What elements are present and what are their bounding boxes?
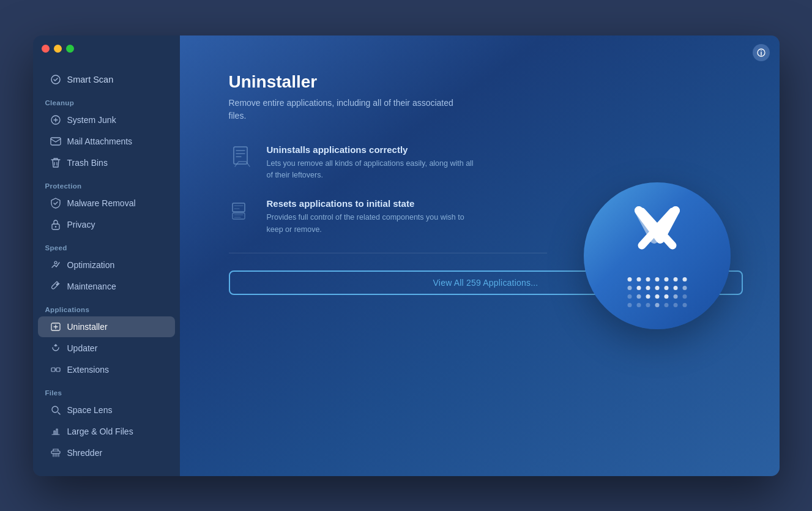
reset-feature-icon [229, 198, 256, 225]
sidebar-item-label: Smart Scan [67, 75, 114, 84]
uninstaller-icon [50, 321, 61, 332]
dot [636, 286, 641, 290]
section-label-protection: Protection [33, 174, 180, 192]
sidebar-item-maintenance[interactable]: Maintenance [38, 276, 175, 297]
dot [682, 294, 687, 299]
svg-point-4 [54, 226, 56, 227]
section-label-files: Files [33, 381, 180, 399]
extensions-icon [50, 364, 61, 375]
svg-rect-10 [51, 451, 60, 453]
maintenance-icon [50, 281, 61, 292]
dot [682, 303, 687, 307]
feature-desc-1: Lets you remove all kinds of application… [267, 158, 475, 182]
sidebar: Smart Scan Cleanup System Junk Mail Atta… [33, 35, 180, 476]
sidebar-item-shredder[interactable]: Shredder [38, 442, 175, 463]
app-window: Smart Scan Cleanup System Junk Mail Atta… [33, 35, 780, 476]
sidebar-item-smart-scan[interactable]: Smart Scan [38, 69, 175, 90]
dot [673, 294, 677, 299]
feature-item-2: Resets applications to initial state Pro… [229, 198, 547, 236]
sidebar-item-updater[interactable]: Updater [38, 338, 175, 359]
shredder-icon [50, 447, 61, 458]
sidebar-item-label: Large & Old Files [67, 427, 133, 436]
sidebar-item-space-lens[interactable]: Space Lens [38, 400, 175, 420]
sidebar-item-label: Extensions [67, 365, 109, 375]
section-label-speed: Speed [33, 236, 180, 254]
system-junk-icon [50, 114, 61, 125]
sidebar-item-label: Optimization [67, 260, 115, 270]
dot [673, 277, 677, 282]
hero-circle [584, 182, 731, 329]
optimization-icon [50, 259, 61, 270]
sidebar-item-trash-bins[interactable]: Trash Bins [38, 152, 175, 173]
sidebar-item-system-junk[interactable]: System Junk [38, 110, 175, 130]
title-bar [33, 35, 780, 62]
sidebar-item-label: System Junk [67, 115, 116, 125]
sidebar-item-mail-attachments[interactable]: Mail Attachments [38, 131, 175, 152]
dot [664, 303, 668, 307]
sidebar-item-large-old-files[interactable]: Large & Old Files [38, 421, 175, 442]
dot [664, 277, 668, 282]
smart-scan-icon [50, 74, 61, 85]
dot [664, 294, 668, 299]
uninstall-feature-icon [229, 144, 256, 171]
sidebar-item-label: Space Lens [67, 405, 113, 415]
dot [682, 277, 687, 282]
malware-icon [50, 198, 61, 209]
sidebar-item-extensions[interactable]: Extensions [38, 359, 175, 380]
page-subtitle: Remove entire applications, including al… [229, 97, 461, 122]
sidebar-item-label: Maintenance [67, 282, 116, 291]
features-list: Uninstalls applications correctly Lets y… [229, 144, 547, 236]
dot [636, 277, 641, 282]
dot [682, 286, 687, 290]
dot [673, 286, 677, 290]
dot [655, 277, 659, 282]
sidebar-item-label: Updater [67, 343, 98, 353]
dot [655, 286, 659, 290]
dots-grid [627, 277, 687, 307]
mail-icon [50, 136, 61, 147]
section-label-cleanup: Cleanup [33, 91, 180, 109]
space-lens-icon [50, 405, 61, 416]
sidebar-item-label: Malware Removal [67, 198, 136, 208]
dot [646, 294, 650, 299]
minimize-button[interactable] [54, 45, 62, 53]
svg-rect-2 [51, 138, 61, 145]
dot [673, 303, 677, 307]
sidebar-item-optimization[interactable]: Optimization [38, 255, 175, 275]
sidebar-item-malware-removal[interactable]: Malware Removal [38, 193, 175, 214]
dot [636, 294, 641, 299]
dot [627, 286, 631, 290]
privacy-icon [50, 219, 61, 230]
large-files-icon [50, 426, 61, 437]
sidebar-item-privacy[interactable]: Privacy [38, 214, 175, 235]
sidebar-item-uninstaller[interactable]: Uninstaller [38, 316, 175, 337]
svg-rect-15 [233, 213, 245, 219]
svg-rect-8 [56, 368, 60, 371]
dot [627, 294, 631, 299]
feature-title-2: Resets applications to initial state [267, 198, 475, 209]
sidebar-item-label: Trash Bins [67, 158, 108, 168]
sidebar-item-label: Privacy [67, 220, 95, 229]
svg-point-5 [54, 261, 57, 264]
trash-icon [50, 157, 61, 168]
page-title: Uninstaller [229, 72, 743, 92]
section-label-applications: Applications [33, 297, 180, 316]
svg-rect-14 [233, 203, 245, 212]
feature-desc-2: Provides full control of the related com… [267, 212, 475, 236]
dot [646, 286, 650, 290]
divider [229, 253, 547, 253]
svg-point-9 [52, 406, 58, 412]
close-button[interactable] [42, 45, 50, 53]
uninstaller-hero-icon [630, 206, 685, 255]
dot [636, 303, 641, 307]
feature-title-1: Uninstalls applications correctly [267, 144, 475, 155]
feature-text-2: Resets applications to initial state Pro… [267, 198, 475, 236]
dot [646, 303, 650, 307]
dot [664, 286, 668, 290]
dot [627, 277, 631, 282]
feature-item-1: Uninstalls applications correctly Lets y… [229, 144, 547, 182]
hero-icon-container [584, 182, 731, 329]
maximize-button[interactable] [66, 45, 74, 53]
main-content: Uninstaller Remove entire applications, … [180, 35, 780, 476]
sidebar-item-label: Uninstaller [67, 322, 108, 332]
